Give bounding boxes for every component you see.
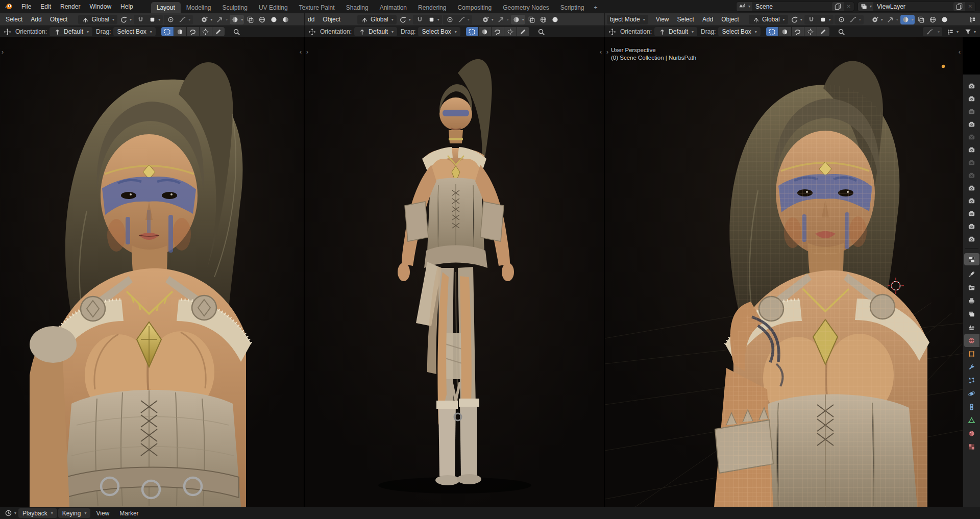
search-icon[interactable] bbox=[231, 27, 242, 37]
menu-window[interactable]: Window bbox=[85, 0, 116, 13]
properties-tab-render[interactable] bbox=[964, 281, 979, 294]
select-box-icon[interactable] bbox=[466, 27, 478, 36]
workspace-tab-sculpting[interactable]: Sculpting bbox=[217, 2, 253, 13]
proportional-edit-icon[interactable] bbox=[445, 15, 455, 24]
scene-browse-button[interactable] bbox=[737, 2, 752, 11]
toolbar-expand-chevron[interactable]: › bbox=[2, 48, 4, 56]
vp2-overlays-button[interactable] bbox=[511, 15, 525, 24]
outliner-camera-toggle[interactable] bbox=[965, 92, 979, 105]
menu-edit[interactable]: Edit bbox=[36, 0, 56, 13]
vp1-orientation-dropdown[interactable]: Default bbox=[50, 27, 92, 36]
workspace-tab-texture-paint[interactable]: Texture Paint bbox=[293, 2, 340, 13]
view-menu[interactable]: View bbox=[91, 510, 114, 517]
properties-tab-constraints[interactable] bbox=[964, 400, 979, 413]
workspace-tab-modeling[interactable]: Modeling bbox=[181, 2, 217, 13]
playback-menu[interactable]: Playback bbox=[18, 508, 57, 518]
unlink-scene-button[interactable]: ✕ bbox=[844, 4, 854, 9]
outliner-camera-toggle[interactable] bbox=[965, 194, 979, 207]
snap-magnet-icon[interactable] bbox=[806, 15, 817, 24]
workspace-tab-geometry-nodes[interactable]: Geometry Nodes bbox=[497, 2, 555, 13]
viewlayer-name[interactable]: ViewLayer bbox=[873, 3, 953, 10]
vp2-shading-wireframe[interactable] bbox=[538, 15, 549, 24]
outliner-display-mode-icon[interactable] bbox=[945, 27, 960, 37]
viewport-3[interactable]: › ‹ User Perspective (0) Scene Collectio… bbox=[605, 37, 963, 507]
workspace-tab-shading[interactable]: Shading bbox=[340, 2, 374, 13]
vp3-orientation-dropdown[interactable]: Default bbox=[654, 27, 697, 36]
vp3-drag-dropdown[interactable]: Select Box bbox=[718, 27, 760, 36]
sidebar-expand-chevron[interactable]: ‹ bbox=[959, 48, 961, 56]
properties-tab-texture[interactable] bbox=[964, 440, 979, 453]
outliner-editor-type-icon[interactable] bbox=[967, 15, 978, 24]
vp2-menu-object[interactable]: Object bbox=[319, 16, 344, 23]
vp1-menu-select[interactable]: Select bbox=[2, 16, 26, 23]
outliner-collapsed-button[interactable] bbox=[923, 27, 942, 36]
vp1-menu-add[interactable]: Add bbox=[27, 16, 45, 23]
timeline-editor-type-icon[interactable] bbox=[3, 508, 17, 518]
marker-menu[interactable]: Marker bbox=[115, 510, 143, 517]
properties-tab-material[interactable] bbox=[964, 427, 979, 440]
properties-editor-icon[interactable] bbox=[964, 253, 979, 265]
proportional-falloff-button[interactable] bbox=[848, 15, 862, 24]
proportional-falloff-button[interactable] bbox=[456, 15, 471, 24]
vp1-shading-wireframe[interactable] bbox=[257, 15, 267, 24]
outliner-camera-toggle[interactable] bbox=[965, 169, 979, 182]
new-scene-button[interactable] bbox=[832, 2, 844, 11]
vp2-shading-solid[interactable] bbox=[550, 15, 560, 24]
vp3-visibility-button[interactable] bbox=[870, 15, 884, 24]
properties-tab-physics[interactable] bbox=[964, 387, 979, 400]
outliner-camera-toggle[interactable] bbox=[965, 156, 979, 169]
remove-viewlayer-button[interactable]: ✕ bbox=[965, 4, 975, 9]
proportional-edit-icon[interactable] bbox=[836, 15, 847, 24]
snap-target-button[interactable] bbox=[818, 15, 832, 24]
workspace-tab-rendering[interactable]: Rendering bbox=[412, 2, 452, 13]
toolbar-expand-chevron[interactable]: › bbox=[606, 48, 608, 56]
cursor-tool-icon[interactable] bbox=[504, 27, 517, 36]
vp1-shading-material[interactable] bbox=[280, 15, 291, 24]
new-viewlayer-button[interactable] bbox=[953, 2, 965, 11]
vp3-menu-select[interactable]: Select bbox=[674, 16, 698, 23]
vp3-shading-wireframe[interactable] bbox=[927, 15, 938, 24]
outliner-camera-toggle[interactable] bbox=[965, 207, 979, 220]
sidebar-expand-chevron[interactable]: ‹ bbox=[300, 48, 302, 56]
search-icon[interactable] bbox=[836, 27, 847, 37]
keying-menu[interactable]: Keying bbox=[58, 508, 91, 518]
outliner-camera-toggle[interactable] bbox=[965, 143, 979, 156]
vp3-xray-toggle[interactable] bbox=[916, 15, 926, 24]
properties-tab-world[interactable] bbox=[964, 334, 979, 347]
proportional-falloff-button[interactable] bbox=[177, 15, 191, 24]
vp2-visibility-button[interactable] bbox=[480, 15, 495, 24]
vp1-menu-object[interactable]: Object bbox=[46, 16, 71, 23]
properties-tab-tool[interactable] bbox=[964, 267, 979, 281]
snap-target-button[interactable] bbox=[426, 15, 440, 24]
viewport-2[interactable]: › ‹ bbox=[305, 37, 604, 507]
vp3-menu-add[interactable]: Add bbox=[699, 16, 717, 23]
properties-tab-modifiers[interactable] bbox=[964, 360, 979, 374]
toolbar-expand-chevron[interactable]: › bbox=[306, 48, 308, 56]
outliner-camera-toggle[interactable] bbox=[965, 220, 979, 233]
properties-tab-object-data[interactable] bbox=[964, 413, 979, 427]
outliner-filter-icon[interactable] bbox=[963, 27, 977, 37]
select-circle-icon[interactable] bbox=[174, 27, 186, 36]
properties-tab-object[interactable] bbox=[964, 347, 979, 360]
menu-file[interactable]: File bbox=[17, 0, 36, 13]
outliner-camera-toggle[interactable] bbox=[965, 233, 979, 245]
vp1-drag-dropdown[interactable]: Select Box bbox=[113, 27, 155, 36]
properties-tab-view-layer[interactable] bbox=[964, 307, 979, 320]
vp2-xray-toggle[interactable] bbox=[526, 15, 537, 24]
vp2-transform-orientation[interactable]: Global bbox=[357, 15, 397, 24]
vp3-gizmos-button[interactable] bbox=[885, 15, 899, 24]
vp2-pivot-point[interactable] bbox=[398, 15, 412, 24]
snap-magnet-icon[interactable] bbox=[135, 15, 146, 24]
properties-tab-output[interactable] bbox=[964, 294, 979, 307]
search-icon[interactable] bbox=[536, 27, 547, 37]
vp3-pivot-point[interactable] bbox=[789, 15, 803, 24]
vp1-pivot-point[interactable] bbox=[118, 15, 133, 24]
select-box-icon[interactable] bbox=[161, 27, 174, 36]
outliner-camera-toggle[interactable] bbox=[965, 80, 979, 92]
properties-tab-particles[interactable] bbox=[964, 374, 979, 387]
snap-target-button[interactable] bbox=[147, 15, 161, 24]
vp1-transform-orientation[interactable]: Global bbox=[78, 15, 117, 24]
annotate-tool-icon[interactable] bbox=[817, 27, 829, 36]
vp1-overlays-button[interactable] bbox=[230, 15, 244, 24]
vp3-transform-orientation[interactable]: Global bbox=[749, 15, 788, 24]
